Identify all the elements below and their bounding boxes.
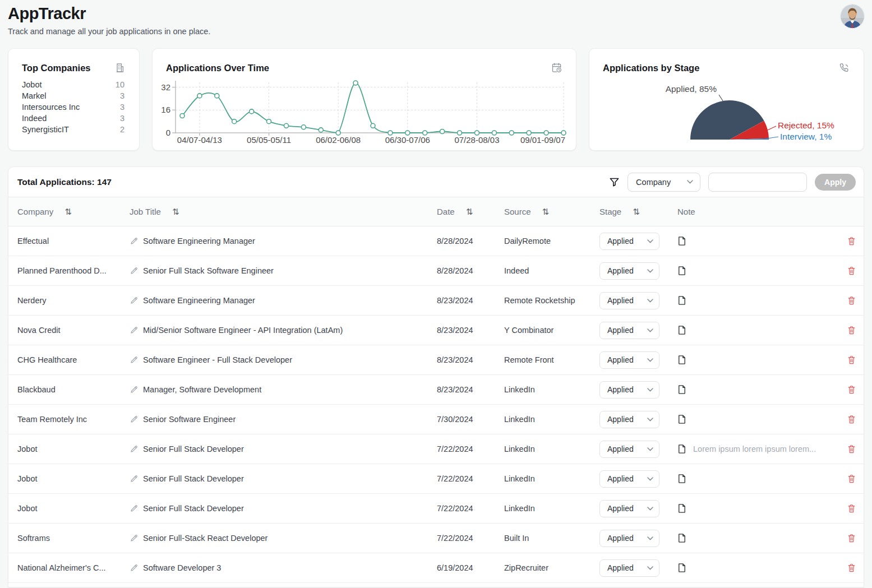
note-document-icon[interactable] — [677, 325, 686, 335]
stage-select[interactable]: Applied — [599, 411, 659, 428]
date-cell: 7/22/2024 — [437, 534, 504, 543]
funnel-icon[interactable] — [609, 177, 620, 187]
note-cell — [677, 325, 837, 335]
stage-select[interactable]: Applied — [599, 559, 659, 577]
sort-icon[interactable]: ⇅ — [466, 207, 473, 217]
stage-select[interactable]: Applied — [599, 470, 659, 488]
source-cell: LinkedIn — [504, 504, 599, 513]
delete-trash-icon[interactable] — [847, 236, 856, 246]
sort-icon[interactable]: ⇅ — [633, 207, 640, 217]
note-cell — [677, 563, 837, 573]
user-avatar[interactable] — [841, 4, 864, 28]
edit-pencil-icon[interactable] — [130, 326, 139, 335]
data-point-marker — [267, 119, 271, 124]
stage-select[interactable]: Applied — [599, 441, 659, 458]
note-document-icon[interactable] — [677, 266, 686, 276]
note-document-icon[interactable] — [677, 444, 686, 454]
note-document-icon[interactable] — [677, 533, 686, 543]
note-document-icon[interactable] — [677, 563, 686, 573]
table-row: NerderySoftware Engineering Manager8/23/… — [8, 286, 864, 316]
sort-icon[interactable]: ⇅ — [172, 207, 179, 217]
pie-slice-applied — [690, 100, 764, 140]
edit-pencil-icon[interactable] — [130, 296, 139, 305]
edit-pencil-icon[interactable] — [130, 415, 139, 424]
top-companies-title: Top Companies — [22, 63, 91, 73]
stage-select[interactable]: Applied — [599, 322, 659, 339]
edit-pencil-icon[interactable] — [130, 266, 139, 275]
edit-pencil-icon[interactable] — [130, 445, 139, 453]
company-count: 3 — [120, 90, 124, 101]
note-document-icon[interactable] — [677, 236, 686, 246]
note-document-icon[interactable] — [677, 295, 686, 305]
stage-select[interactable]: Applied — [599, 500, 659, 517]
stage-select[interactable]: Applied — [599, 233, 659, 250]
note-document-icon[interactable] — [677, 355, 686, 365]
note-document-icon[interactable] — [677, 385, 686, 395]
data-point-marker — [353, 81, 358, 85]
data-point-marker — [301, 125, 306, 129]
edit-pencil-icon[interactable] — [130, 474, 139, 483]
note-document-icon[interactable] — [677, 503, 686, 513]
stage-value: Applied — [607, 355, 634, 364]
company-cell: Team Remotely Inc — [17, 415, 130, 424]
actions-cell — [837, 355, 856, 365]
edit-pencil-icon[interactable] — [130, 237, 139, 246]
note-document-icon[interactable] — [677, 474, 686, 484]
delete-trash-icon[interactable] — [847, 563, 856, 573]
filter-search-input[interactable] — [708, 173, 807, 192]
source-cell: Remote Front — [504, 355, 599, 364]
delete-trash-icon[interactable] — [847, 503, 856, 513]
data-point-marker — [388, 131, 393, 135]
stage-select[interactable]: Applied — [599, 351, 659, 369]
table-row: BlackbaudManager, Software Development8/… — [8, 375, 864, 405]
sort-icon[interactable]: ⇅ — [542, 207, 550, 217]
stage-select[interactable]: Applied — [599, 292, 659, 309]
data-point-marker — [336, 131, 340, 135]
apply-filter-button[interactable]: Apply — [815, 174, 856, 191]
stage-select[interactable]: Applied — [599, 530, 659, 547]
header-text: AppTrackr Track and manage all your job … — [8, 4, 210, 36]
stage-cell: Applied — [599, 233, 677, 250]
delete-trash-icon[interactable] — [847, 355, 856, 365]
company-name: SynergisticIT — [22, 124, 69, 135]
delete-trash-icon[interactable] — [847, 474, 856, 484]
date-cell: 7/30/2024 — [437, 415, 504, 424]
filter-field-select[interactable]: Company — [628, 173, 700, 192]
note-cell — [677, 533, 837, 543]
source-cell: ZipRecruiter — [504, 563, 599, 572]
edit-pencil-icon[interactable] — [130, 385, 139, 394]
chevron-down-icon — [647, 328, 653, 332]
delete-trash-icon[interactable] — [847, 385, 856, 395]
edit-pencil-icon[interactable] — [130, 504, 139, 513]
sort-icon[interactable]: ⇅ — [64, 207, 72, 217]
company-cell: Jobot — [17, 445, 130, 453]
delete-trash-icon[interactable] — [847, 444, 856, 454]
edit-pencil-icon[interactable] — [130, 355, 139, 364]
note-document-icon[interactable] — [677, 414, 686, 424]
job-title-cell: Senior Full Stack Software Engineer — [130, 266, 437, 275]
company-cell: Planned Parenthood D... — [17, 266, 130, 275]
svg-text:06/02-06/08: 06/02-06/08 — [316, 135, 361, 145]
stage-select[interactable]: Applied — [599, 262, 659, 280]
delete-trash-icon[interactable] — [847, 533, 856, 543]
date-cell: 8/23/2024 — [437, 326, 504, 335]
edit-pencil-icon[interactable] — [130, 534, 139, 543]
stage-cell: Applied — [599, 262, 677, 280]
stage-select[interactable]: Applied — [599, 381, 659, 399]
column-header-stage: Stage⇅ — [599, 207, 677, 217]
company-cell: Blackbaud — [17, 385, 130, 394]
edit-pencil-icon[interactable] — [130, 563, 139, 572]
chevron-down-icon — [647, 358, 653, 362]
chevron-down-icon — [687, 180, 693, 184]
delete-trash-icon[interactable] — [847, 295, 856, 305]
delete-trash-icon[interactable] — [847, 266, 856, 276]
delete-trash-icon[interactable] — [847, 325, 856, 335]
note-cell — [677, 474, 837, 484]
job-title-cell: Senior Full Stack Developer — [130, 504, 437, 513]
stage-value: Applied — [607, 504, 634, 513]
job-title-text: Senior Full-Stack React Developer — [143, 534, 267, 543]
table-row: Team Remotely IncSenior Software Enginee… — [8, 405, 864, 434]
delete-trash-icon[interactable] — [847, 414, 856, 424]
stage-value: Applied — [607, 445, 634, 453]
calendar-clock-icon — [551, 62, 562, 73]
